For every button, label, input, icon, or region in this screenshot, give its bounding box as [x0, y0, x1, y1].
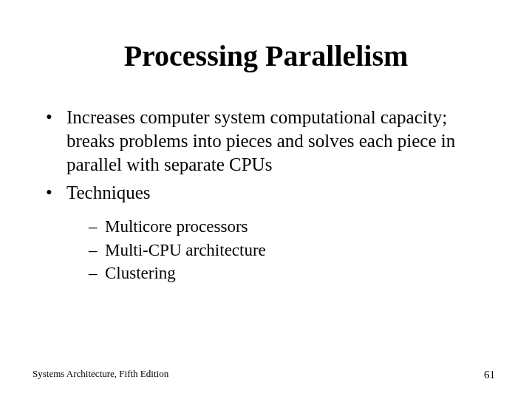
bullet-item: Increases computer system computational …: [46, 106, 497, 177]
sub-bullet-list: Multicore processors Multi-CPU architect…: [66, 215, 497, 285]
footer-source: Systems Architecture, Fifth Edition: [33, 368, 168, 380]
bullet-item: Techniques Multicore processors Multi-CP…: [46, 181, 497, 285]
sub-bullet-item: Multi-CPU architecture: [89, 239, 497, 262]
sub-bullet-item: Multicore processors: [89, 215, 497, 239]
sub-bullet-text: Clustering: [105, 264, 176, 282]
sub-bullet-item: Clustering: [89, 262, 497, 285]
page-number: 61: [484, 369, 495, 381]
sub-bullet-text: Multicore processors: [105, 217, 248, 236]
slide-title: Processing Parallelism: [35, 38, 497, 73]
bullet-list: Increases computer system computational …: [35, 106, 497, 285]
sub-bullet-text: Multi-CPU architecture: [105, 241, 266, 259]
bullet-text: Techniques: [66, 183, 151, 202]
bullet-text: Increases computer system computational …: [66, 107, 455, 174]
slide: Processing Parallelism Increases compute…: [0, 0, 532, 399]
